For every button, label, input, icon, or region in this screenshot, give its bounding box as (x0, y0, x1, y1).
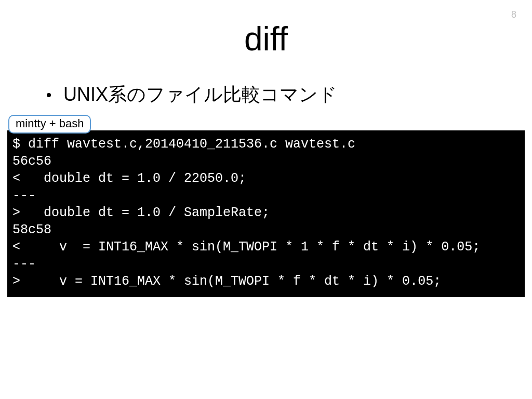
terminal-output: $ diff wavtest.c,20140410_211536.c wavte… (7, 130, 525, 297)
bullet-dot-icon (47, 93, 51, 97)
bullet-text: UNIX系のファイル比較コマンド (63, 82, 337, 108)
terminal-tab: mintty + bash (8, 115, 91, 134)
page-number: 8 (511, 9, 516, 20)
slide-title: diff (0, 20, 532, 58)
bullet-item: UNIX系のファイル比較コマンド (47, 82, 532, 108)
